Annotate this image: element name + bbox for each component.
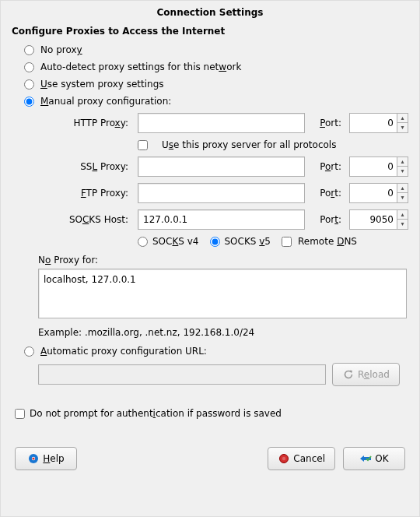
auto-url-row: Reload bbox=[38, 363, 408, 386]
section-heading: Configure Proxies to Access the Internet bbox=[12, 26, 408, 37]
cancel-icon bbox=[278, 452, 290, 465]
socks-host-label: SOCKS Host: bbox=[38, 214, 131, 225]
radio-socks-v4-input[interactable] bbox=[138, 237, 148, 247]
use-for-all-label: Use this proxy server for all protocols bbox=[162, 139, 336, 150]
radio-socks-v4[interactable]: SOCKS v4 bbox=[138, 236, 199, 247]
ftp-proxy-input[interactable] bbox=[138, 183, 305, 203]
spin-up-icon[interactable]: ▴ bbox=[397, 157, 408, 167]
ok-label: OK bbox=[375, 453, 388, 464]
http-port-spinner[interactable]: ▴▾ bbox=[349, 113, 408, 133]
radio-use-system-label: Use system proxy settings bbox=[40, 79, 164, 90]
help-icon bbox=[27, 452, 40, 465]
svg-point-4 bbox=[282, 457, 285, 460]
cancel-button[interactable]: Cancel bbox=[268, 447, 335, 470]
radio-manual[interactable]: Manual proxy configuration: bbox=[24, 96, 408, 107]
radio-auto-url-label: Automatic proxy configuration URL: bbox=[40, 346, 207, 357]
spin-up-icon[interactable]: ▴ bbox=[397, 184, 408, 193]
svg-point-2 bbox=[33, 457, 35, 459]
dialog-footer: Help Cancel OK bbox=[12, 447, 408, 470]
ssl-port-input[interactable] bbox=[350, 157, 397, 176]
proxy-grid: HTTP Proxy: Port: ▴▾ Use this proxy serv… bbox=[38, 113, 408, 247]
no-proxy-section: No Proxy for: bbox=[38, 255, 408, 321]
http-port-label: Port: bbox=[318, 118, 343, 128]
http-port-input[interactable] bbox=[350, 114, 397, 132]
radio-auto-url-input[interactable] bbox=[24, 346, 34, 357]
remote-dns-checkbox[interactable]: Remote DNS bbox=[282, 236, 357, 247]
auto-url-input[interactable] bbox=[38, 364, 326, 385]
radio-no-proxy-label: No proxy bbox=[40, 44, 82, 55]
socks-port-spinner[interactable]: ▴▾ bbox=[349, 209, 408, 230]
reload-button[interactable]: Reload bbox=[332, 363, 400, 386]
dialog-title: Connection Settings bbox=[1, 1, 419, 23]
remote-dns-input[interactable] bbox=[282, 237, 292, 247]
no-prompt-checkbox[interactable]: Do not prompt for authentication if pass… bbox=[15, 408, 408, 419]
help-label: Help bbox=[43, 453, 64, 464]
radio-socks-v5[interactable]: SOCKS v5 bbox=[210, 236, 271, 247]
use-for-all-checkbox[interactable]: Use this proxy server for all protocols bbox=[138, 139, 408, 150]
ok-button[interactable]: OK bbox=[343, 447, 405, 470]
ftp-proxy-label: FTP Proxy: bbox=[38, 188, 131, 199]
ssl-port-label: Port: bbox=[318, 161, 343, 172]
radio-manual-label: Manual proxy configuration: bbox=[40, 96, 171, 107]
spin-down-icon[interactable]: ▾ bbox=[397, 167, 408, 176]
http-proxy-label: HTTP Proxy: bbox=[38, 118, 131, 128]
spin-down-icon[interactable]: ▾ bbox=[397, 123, 408, 132]
no-proxy-textarea[interactable] bbox=[38, 269, 407, 318]
ssl-proxy-label: SSL Proxy: bbox=[38, 161, 131, 172]
ftp-port-buttons[interactable]: ▴▾ bbox=[397, 184, 408, 202]
spin-down-icon[interactable]: ▾ bbox=[397, 193, 408, 202]
cancel-label: Cancel bbox=[293, 453, 325, 464]
radio-socks-v5-input[interactable] bbox=[210, 237, 220, 247]
no-prompt-input[interactable] bbox=[15, 409, 25, 419]
radio-socks-v4-label: SOCKS v4 bbox=[152, 236, 199, 247]
spin-up-icon[interactable]: ▴ bbox=[397, 210, 408, 220]
radio-auto-detect-label: Auto-detect proxy settings for this netw… bbox=[40, 62, 241, 72]
socks-options-row: SOCKS v4 SOCKS v5 Remote DNS bbox=[138, 236, 408, 247]
radio-auto-detect-input[interactable] bbox=[24, 62, 34, 72]
ssl-port-spinner[interactable]: ▴▾ bbox=[349, 157, 408, 177]
dialog-content: Configure Proxies to Access the Internet… bbox=[1, 23, 419, 480]
socks-host-input[interactable] bbox=[138, 209, 305, 230]
ssl-proxy-input[interactable] bbox=[138, 157, 305, 177]
ftp-port-spinner[interactable]: ▴▾ bbox=[349, 183, 408, 203]
no-prompt-label: Do not prompt for authentication if pass… bbox=[30, 408, 282, 419]
http-port-buttons[interactable]: ▴▾ bbox=[397, 114, 408, 132]
socks-port-buttons[interactable]: ▴▾ bbox=[397, 210, 408, 229]
spin-down-icon[interactable]: ▾ bbox=[397, 220, 408, 229]
socks-port-label: Port: bbox=[318, 214, 343, 225]
spin-up-icon[interactable]: ▴ bbox=[397, 114, 408, 123]
radio-manual-input[interactable] bbox=[24, 97, 34, 107]
radio-use-system-input[interactable] bbox=[24, 79, 34, 90]
ftp-port-label: Port: bbox=[318, 188, 343, 199]
use-for-all-input[interactable] bbox=[138, 140, 148, 150]
example-text: Example: .mozilla.org, .net.nz, 192.168.… bbox=[38, 327, 408, 338]
ok-icon bbox=[359, 452, 372, 465]
http-proxy-input[interactable] bbox=[138, 113, 305, 133]
radio-auto-url[interactable]: Automatic proxy configuration URL: bbox=[24, 346, 408, 357]
reload-label: Reload bbox=[358, 369, 390, 380]
radio-use-system[interactable]: Use system proxy settings bbox=[24, 79, 408, 90]
help-button[interactable]: Help bbox=[15, 447, 77, 470]
reload-icon bbox=[342, 368, 355, 381]
radio-no-proxy[interactable]: No proxy bbox=[24, 44, 408, 55]
no-proxy-for-label: No Proxy for: bbox=[38, 255, 408, 266]
socks-port-input[interactable] bbox=[350, 210, 397, 229]
ftp-port-input[interactable] bbox=[350, 184, 397, 202]
radio-no-proxy-input[interactable] bbox=[24, 45, 34, 55]
radio-auto-detect[interactable]: Auto-detect proxy settings for this netw… bbox=[24, 62, 408, 72]
ssl-port-buttons[interactable]: ▴▾ bbox=[397, 157, 408, 176]
radio-socks-v5-label: SOCKS v5 bbox=[225, 236, 271, 247]
remote-dns-label: Remote DNS bbox=[298, 236, 357, 247]
